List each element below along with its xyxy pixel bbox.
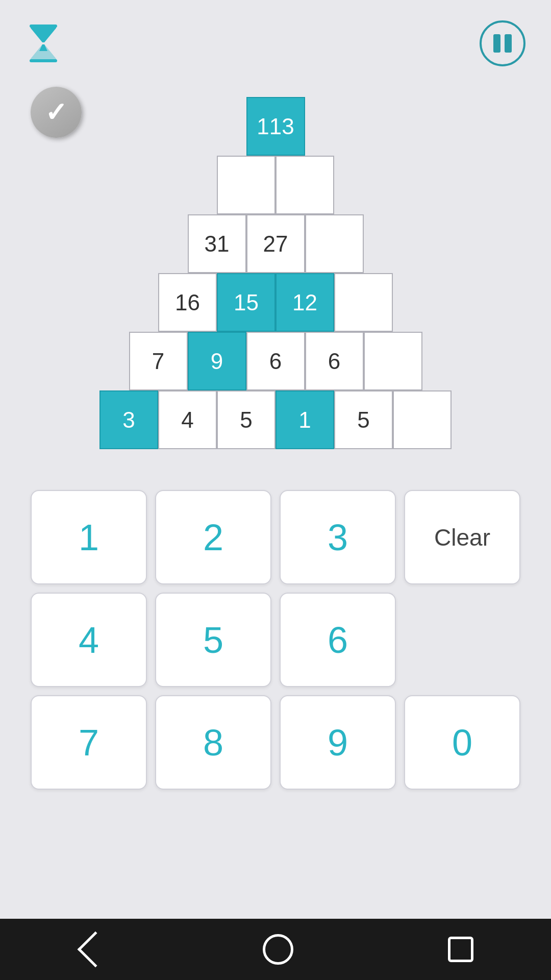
cell-r3-c3[interactable]: [334, 273, 393, 332]
recents-icon: [448, 937, 473, 962]
checkmark-icon: ✓: [45, 97, 67, 128]
back-button[interactable]: [78, 937, 108, 962]
numpad-9-button[interactable]: 9: [280, 695, 396, 790]
numpad-clear-button[interactable]: Clear: [404, 490, 520, 584]
cell-r5-c3[interactable]: 1: [276, 390, 334, 449]
svg-marker-0: [31, 26, 56, 42]
pause-button[interactable]: [480, 20, 525, 66]
svg-rect-3: [30, 59, 57, 62]
numpad-4-button[interactable]: 4: [31, 593, 147, 687]
numpad-7-button[interactable]: 7: [31, 695, 147, 790]
numpad-6-button[interactable]: 6: [280, 593, 396, 687]
cell-r5-c2[interactable]: 5: [217, 390, 276, 449]
timer-section: [26, 23, 71, 64]
cell-r3-c1[interactable]: 15: [217, 273, 276, 332]
game-area: ✓ 1133127161512796634515: [0, 77, 551, 459]
cell-r5-c4[interactable]: 5: [334, 390, 393, 449]
svg-rect-2: [30, 24, 57, 28]
cell-r2-c2[interactable]: [305, 214, 364, 273]
cell-r4-c4[interactable]: [364, 332, 422, 390]
check-button[interactable]: ✓: [31, 87, 82, 138]
pyramid-row-0: 113: [246, 97, 305, 156]
pyramid-row-1: [217, 156, 334, 214]
hourglass-icon: [26, 23, 61, 64]
pyramid-row-2: 3127: [188, 214, 364, 273]
pause-icon: [493, 34, 512, 53]
home-button[interactable]: [263, 934, 293, 965]
numpad-1-button[interactable]: 1: [31, 490, 147, 584]
cell-r3-c2[interactable]: 12: [276, 273, 334, 332]
cell-r4-c2[interactable]: 6: [246, 332, 305, 390]
numpad-0-button[interactable]: 0: [404, 695, 520, 790]
numpad-8-button[interactable]: 8: [155, 695, 271, 790]
pyramid: 1133127161512796634515: [99, 97, 452, 449]
recents-button[interactable]: [448, 937, 473, 962]
cell-r1-c1[interactable]: [276, 156, 334, 214]
numpad: 123Clear4567890: [0, 459, 551, 861]
pyramid-row-5: 34515: [99, 390, 452, 449]
cell-r5-c0[interactable]: 3: [99, 390, 158, 449]
home-icon: [263, 934, 293, 965]
pyramid-row-4: 7966: [129, 332, 422, 390]
cell-r5-c5[interactable]: [393, 390, 452, 449]
cell-r4-c1[interactable]: 9: [188, 332, 246, 390]
cell-r1-c0[interactable]: [217, 156, 276, 214]
cell-r5-c1[interactable]: 4: [158, 390, 217, 449]
back-icon: [77, 932, 113, 968]
numpad-3-button[interactable]: 3: [280, 490, 396, 584]
cell-r0-c0[interactable]: 113: [246, 97, 305, 156]
cell-r2-c1[interactable]: 27: [246, 214, 305, 273]
navigation-bar: [0, 919, 551, 980]
cell-r4-c0[interactable]: 7: [129, 332, 188, 390]
pyramid-row-3: 161512: [158, 273, 393, 332]
numpad-2-button[interactable]: 2: [155, 490, 271, 584]
numpad-5-button[interactable]: 5: [155, 593, 271, 687]
cell-r2-c0[interactable]: 31: [188, 214, 246, 273]
header: [0, 0, 551, 77]
cell-r4-c3[interactable]: 6: [305, 332, 364, 390]
cell-r3-c0[interactable]: 16: [158, 273, 217, 332]
